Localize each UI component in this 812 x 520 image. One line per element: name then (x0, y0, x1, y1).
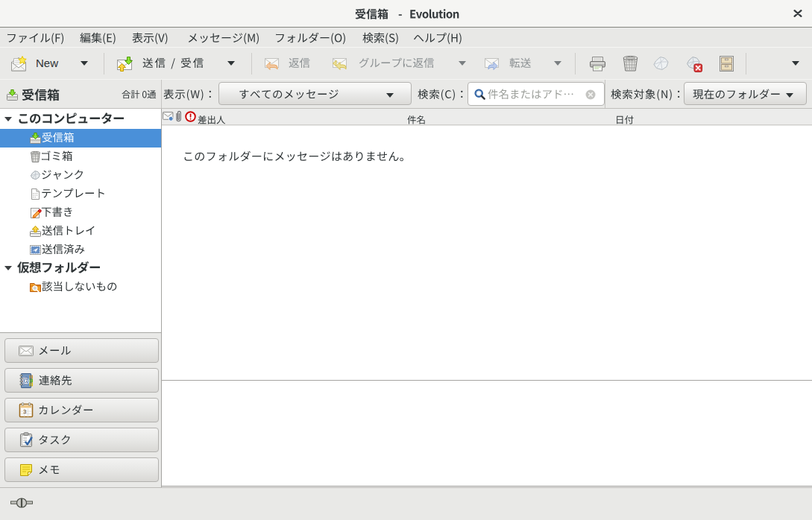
svg-text:@: @ (22, 376, 29, 384)
svg-text:3: 3 (23, 408, 27, 415)
